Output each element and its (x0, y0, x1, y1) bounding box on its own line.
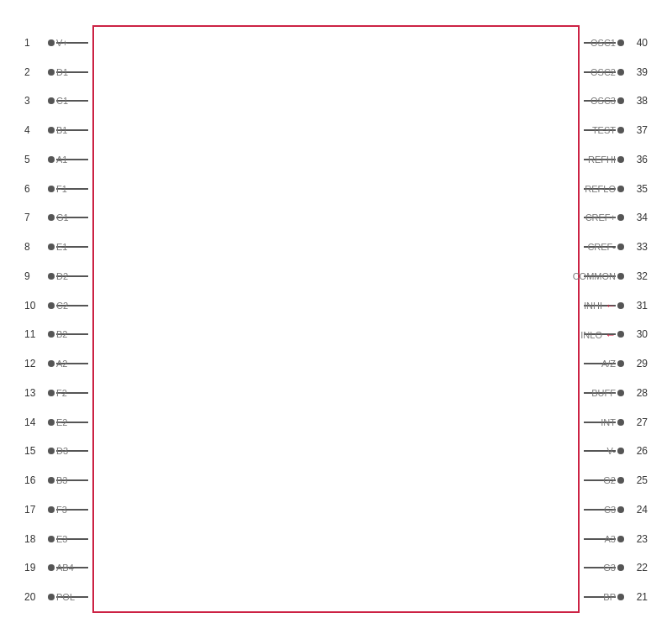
pin-number: 28 (637, 387, 648, 399)
pin-number: 10 (24, 300, 35, 312)
left-pin-8: 8 E1 (48, 244, 88, 250)
left-pin-7: 7 G1 (48, 214, 88, 221)
pin-dot (48, 186, 55, 192)
pin-number: 38 (637, 95, 648, 107)
left-pin-4: 4 B1 (48, 127, 88, 134)
pin-number: 34 (637, 212, 648, 223)
left-pin-19: 19 AB4 (48, 564, 88, 571)
pin-number: 24 (637, 504, 648, 516)
pin-dot (48, 506, 55, 513)
pin-number: 39 (637, 66, 648, 78)
pin-dot (617, 156, 624, 163)
pin-label: CREF+ (585, 212, 616, 223)
pin-dot (48, 214, 55, 221)
pin-number: 29 (637, 358, 648, 369)
pin-dot (48, 331, 55, 338)
pin-label: C2 (56, 301, 68, 311)
pin-number: 6 (24, 183, 30, 195)
right-pin-38: 38 OSC3 (584, 97, 624, 104)
pin-label: D3 (56, 446, 68, 456)
right-pin-40: 40 OSC1 (584, 39, 624, 46)
right-pin-31: 31 INHI← (584, 302, 624, 309)
pin-dot (48, 477, 55, 484)
pin-label: G2 (603, 475, 616, 485)
right-pin-35: 35 REFLO (584, 186, 624, 192)
left-pin-12: 12 A2 (48, 360, 88, 367)
pin-number: 30 (637, 328, 648, 340)
left-pin-10: 10 C2 (48, 302, 88, 309)
pin-number: 35 (637, 183, 648, 195)
pin-number: 14 (24, 416, 35, 428)
pin-label: C3 (604, 505, 616, 515)
pin-dot (48, 127, 55, 134)
right-pin-33: 33 CREF- (584, 244, 624, 250)
left-pin-16: 16 B3 (48, 477, 88, 484)
right-pin-24: 24 C3 (584, 506, 624, 513)
right-pin-27: 27 INT (584, 419, 624, 426)
pin-label: INLO← (580, 328, 616, 341)
pin-label: A2 (56, 359, 67, 369)
pin-dot (48, 39, 55, 46)
pin-number: 9 (24, 270, 30, 282)
left-pin-9: 9 D2 (48, 273, 88, 280)
pin-dot (48, 302, 55, 309)
pin-dot (617, 390, 624, 396)
pin-dot (48, 156, 55, 163)
pin-dot (617, 302, 624, 309)
pin-dot (48, 244, 55, 250)
left-pin-3: 3 C1 (48, 97, 88, 104)
left-pin-2: 2 D1 (48, 69, 88, 76)
left-pin-20: 20 POL (48, 594, 88, 600)
pin-label: G3 (603, 563, 616, 573)
pin-number: 7 (24, 212, 30, 223)
right-pin-34: 34 CREF+ (584, 214, 624, 221)
pin-number: 19 (24, 562, 35, 574)
pin-label: COMMON (573, 271, 616, 281)
pin-dot (617, 419, 624, 426)
left-pin-14: 14 E2 (48, 419, 88, 426)
pin-label: B1 (56, 125, 67, 135)
left-pin-17: 17 F3 (48, 506, 88, 513)
pin-dot (617, 97, 624, 104)
pin-number: 27 (637, 416, 648, 428)
pin-label: INT (601, 417, 616, 427)
pin-number: 21 (637, 591, 648, 603)
pin-label: BUFF (591, 388, 616, 398)
pin-number: 15 (24, 445, 35, 457)
pin-label: REFLO (585, 184, 616, 194)
right-pin-29: 29 A/Z (584, 360, 624, 367)
pin-dot (48, 594, 55, 600)
pin-number: 23 (637, 533, 648, 545)
left-pin-11: 11 B2 (48, 331, 88, 338)
pin-label: B3 (56, 475, 67, 485)
pin-dot (617, 214, 624, 221)
pin-number: 37 (637, 124, 648, 136)
pin-dot (617, 594, 624, 600)
pin-label: D2 (56, 271, 68, 281)
pin-dot (48, 564, 55, 571)
right-pin-32: 32 COMMON (584, 273, 624, 280)
pin-dot (617, 564, 624, 571)
arrow-icon: ← (605, 328, 616, 341)
pin-number: 22 (637, 562, 648, 574)
pin-dot (617, 244, 624, 250)
pin-label: OSC3 (591, 96, 616, 106)
pin-dot (617, 506, 624, 513)
pin-number: 11 (24, 328, 35, 340)
pin-number: 8 (24, 241, 30, 253)
pin-number: 20 (24, 591, 35, 603)
pin-label: REFHI (588, 155, 616, 165)
right-pin-30: 30 INLO← (584, 331, 624, 338)
pin-dot (617, 477, 624, 484)
pin-number: 32 (637, 270, 648, 282)
left-pin-18: 18 E3 (48, 536, 88, 542)
left-pin-15: 15 D3 (48, 448, 88, 454)
right-pin-21: 21 BP (584, 594, 624, 600)
right-pin-22: 22 G3 (584, 564, 624, 571)
right-pin-36: 36 REFHI (584, 156, 624, 163)
pin-number: 3 (24, 95, 30, 107)
pin-label: A3 (605, 534, 616, 544)
pin-dot (48, 69, 55, 76)
pin-dot (48, 273, 55, 280)
arrow-icon: ← (605, 299, 616, 312)
